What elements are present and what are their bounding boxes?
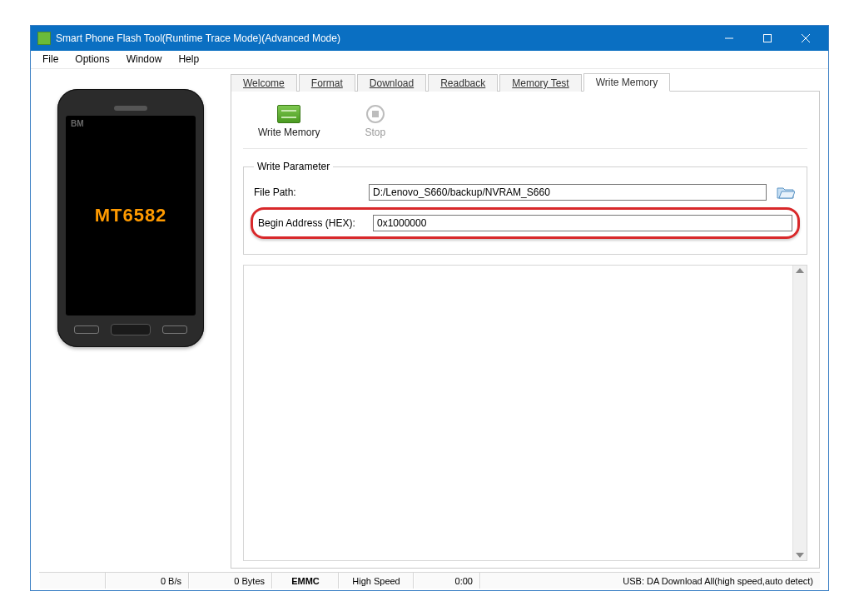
phone-back-button [162, 325, 187, 334]
stop-label: Stop [365, 127, 385, 138]
maximize-icon [763, 34, 772, 42]
log-scrollbar[interactable] [792, 266, 807, 560]
tab-welcome[interactable]: Welcome [231, 74, 297, 92]
status-speed: High Speed [339, 573, 414, 589]
minimize-icon [725, 34, 733, 42]
titlebar: Smart Phone Flash Tool(Runtime Trace Mod… [31, 26, 828, 51]
status-bytes: 0 Bytes [189, 573, 272, 589]
right-pane: Welcome Format Download Readback Memory … [231, 69, 828, 572]
menu-help[interactable]: Help [170, 51, 207, 68]
write-memory-button[interactable]: Write Memory [258, 105, 320, 138]
folder-icon [777, 185, 795, 200]
stop-button[interactable]: Stop [365, 105, 385, 138]
begin-address-input[interactable] [373, 215, 792, 231]
status-empty [39, 573, 106, 589]
status-time: 0:00 [414, 573, 480, 589]
window-controls [710, 26, 825, 51]
phone-buttons [66, 324, 196, 335]
begin-address-highlight: Begin Address (HEX): [251, 207, 800, 239]
begin-address-label: Begin Address (HEX): [258, 217, 373, 229]
write-memory-label: Write Memory [258, 127, 320, 138]
close-icon [802, 34, 810, 42]
tab-memory-test[interactable]: Memory Test [499, 74, 581, 92]
file-path-row: File Path: [254, 184, 797, 201]
body-row: BM MT6582 Welcome Format Download Readba… [31, 69, 828, 572]
phone-speaker [114, 106, 147, 111]
status-rate: 0 B/s [106, 573, 189, 589]
app-icon [37, 32, 51, 45]
tab-format[interactable]: Format [299, 74, 355, 92]
stop-icon [366, 105, 385, 123]
maximize-button[interactable] [748, 26, 787, 51]
tab-content: Write Memory Stop Write Parameter File P… [231, 91, 820, 569]
log-area[interactable] [243, 265, 807, 561]
app-window: Smart Phone Flash Tool(Runtime Trace Mod… [30, 25, 829, 591]
phone-preview: BM MT6582 [57, 89, 204, 347]
scroll-up-icon [796, 268, 804, 273]
window-title: Smart Phone Flash Tool(Runtime Trace Mod… [56, 32, 710, 44]
scroll-down-icon [796, 553, 804, 558]
write-parameter-group: Write Parameter File Path: [243, 161, 807, 255]
left-pane: BM MT6582 [31, 69, 231, 572]
begin-address-row: Begin Address (HEX): [258, 215, 792, 231]
status-usb: USB: DA Download All(high speed,auto det… [480, 573, 820, 589]
tab-strip: Welcome Format Download Readback Memory … [231, 72, 820, 91]
phone-menu-button [74, 325, 99, 334]
close-button[interactable] [787, 26, 825, 51]
write-parameter-legend: Write Parameter [254, 161, 333, 172]
tab-write-memory[interactable]: Write Memory [583, 73, 670, 92]
client-area: BM MT6582 Welcome Format Download Readba… [31, 69, 828, 590]
menu-file[interactable]: File [34, 51, 67, 68]
svg-rect-1 [764, 35, 772, 42]
file-path-input[interactable] [369, 184, 767, 201]
status-storage: EMMC [272, 573, 339, 589]
phone-chip-label: MT6582 [95, 205, 167, 226]
chip-icon [277, 105, 300, 123]
statusbar: 0 B/s 0 Bytes EMMC High Speed 0:00 USB: … [39, 572, 820, 589]
phone-screen: BM MT6582 [66, 116, 196, 315]
phone-home-button [111, 324, 151, 335]
tab-download[interactable]: Download [357, 74, 426, 92]
file-path-label: File Path: [254, 186, 369, 198]
menubar: File Options Window Help [31, 51, 828, 69]
browse-button[interactable] [775, 184, 797, 201]
minimize-button[interactable] [710, 26, 748, 51]
phone-bm-label: BM [71, 119, 84, 128]
toolbar: Write Memory Stop [243, 103, 807, 149]
menu-window[interactable]: Window [118, 51, 171, 68]
menu-options[interactable]: Options [67, 51, 117, 68]
tab-readback[interactable]: Readback [428, 74, 498, 92]
